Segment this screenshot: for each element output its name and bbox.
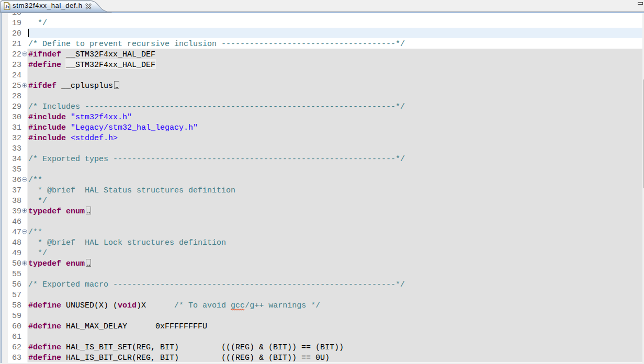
svg-text:.h: .h bbox=[4, 3, 9, 9]
